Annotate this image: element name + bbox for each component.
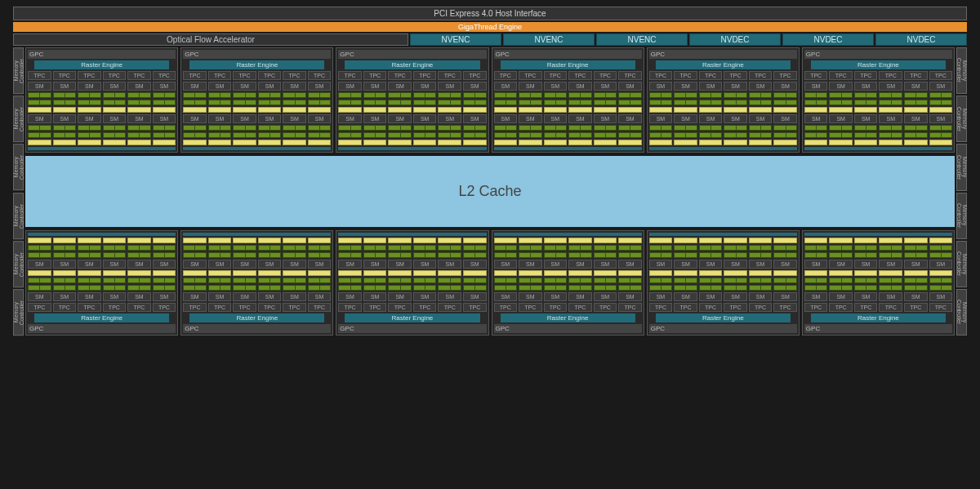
- cuda-core-block: [544, 92, 568, 98]
- cuda-core-block: [283, 278, 306, 283]
- raster-engine: Raster Engine: [811, 60, 946, 69]
- cuda-core-block: [127, 132, 151, 138]
- tpc-row: TPCTPCTPCTPCTPCTPC: [494, 71, 642, 80]
- tensor-core-block: [463, 107, 487, 113]
- gpc-block: GPCRaster EngineTPCTPCTPCTPCTPCTPCSMSMSM…: [25, 230, 178, 336]
- sm-row: SMSMSMSMSMSM: [494, 82, 642, 91]
- tensor-core-block: [413, 270, 437, 276]
- gpc-row-bottom: GPCRaster EngineTPCTPCTPCTPCTPCTPCSMSMSM…: [25, 230, 955, 336]
- cuda-core-block: [568, 100, 592, 105]
- cuda-core-block: [308, 125, 332, 131]
- cuda-core-block: [338, 92, 362, 98]
- tensor-core-row: [338, 238, 486, 243]
- gpc-label: GPC: [804, 324, 952, 333]
- gpc-block: GPCRaster EngineTPCTPCTPCTPCTPCTPCSMSMSM…: [336, 230, 488, 336]
- tensor-core-block: [594, 238, 617, 243]
- tensor-core-block: [494, 107, 518, 113]
- cuda-core-row: [649, 252, 797, 258]
- sm-label: SM: [649, 114, 673, 123]
- cuda-core-row: [804, 125, 952, 131]
- tpc-row: TPCTPCTPCTPCTPCTPC: [338, 303, 486, 312]
- cuda-core-row: [338, 100, 486, 105]
- sm-label: SM: [519, 292, 542, 301]
- cuda-core-block: [494, 132, 518, 138]
- sm-label: SM: [904, 114, 928, 123]
- sm-label: SM: [388, 260, 412, 269]
- tpc-label: TPC: [829, 303, 853, 312]
- cuda-core-block: [879, 278, 902, 283]
- tensor-core-block: [804, 140, 828, 145]
- sm-label: SM: [283, 82, 306, 91]
- cuda-core-block: [258, 285, 282, 291]
- tensor-core-row: [804, 107, 952, 113]
- gpc-block: GPCRaster EngineTPCTPCTPCTPCTPCTPCSMSMSM…: [25, 47, 178, 153]
- cuda-core-block: [308, 132, 332, 138]
- cuda-core-block: [674, 132, 697, 138]
- cuda-core-block: [879, 245, 902, 251]
- raster-engine: Raster Engine: [656, 313, 791, 322]
- tensor-core-row: [183, 107, 331, 113]
- cuda-core-block: [208, 278, 232, 283]
- cuda-core-block: [153, 252, 176, 258]
- tpc-label: TPC: [127, 71, 151, 80]
- tensor-core-block: [258, 238, 282, 243]
- cuda-core-block: [388, 285, 412, 291]
- tensor-core-block: [127, 140, 151, 145]
- tpc-label: TPC: [183, 303, 207, 312]
- tensor-core-block: [153, 140, 176, 145]
- cuda-core-block: [879, 285, 902, 291]
- tensor-core-block: [929, 270, 953, 276]
- cuda-core-block: [438, 285, 461, 291]
- sm-label: SM: [804, 292, 828, 301]
- tensor-core-block: [338, 270, 362, 276]
- sm-row: SMSMSMSMSMSM: [804, 292, 952, 301]
- tpc-label: TPC: [388, 71, 412, 80]
- cuda-core-block: [463, 252, 487, 258]
- memory-controller: Memory Controller: [13, 96, 24, 142]
- sm-row: SMSMSMSMSMSM: [804, 260, 952, 269]
- cuda-core-block: [519, 132, 542, 138]
- cuda-core-block: [904, 245, 928, 251]
- cuda-core-block: [879, 92, 902, 98]
- cuda-core-row: [804, 285, 952, 291]
- cuda-core-block: [724, 278, 747, 283]
- tensor-core-row: [804, 270, 952, 276]
- tensor-core-block: [283, 270, 306, 276]
- tpc-label: TPC: [854, 71, 878, 80]
- cuda-core-block: [183, 92, 207, 98]
- cuda-core-block: [568, 92, 592, 98]
- cuda-core-block: [183, 285, 207, 291]
- cuda-core-block: [929, 278, 953, 283]
- tpc-label: TPC: [233, 303, 256, 312]
- sm-label: SM: [53, 292, 77, 301]
- cuda-core-block: [649, 252, 673, 258]
- cuda-core-block: [438, 252, 461, 258]
- cuda-core-block: [463, 92, 487, 98]
- cuda-core-block: [127, 92, 151, 98]
- cuda-core-block: [649, 100, 673, 105]
- tensor-core-block: [363, 140, 387, 145]
- cuda-core-row: [804, 92, 952, 98]
- tpc-label: TPC: [724, 71, 747, 80]
- cuda-core-row: [183, 100, 331, 105]
- cuda-core-row: [804, 132, 952, 138]
- tpc-label: TPC: [494, 303, 518, 312]
- cuda-core-row: [494, 252, 642, 258]
- cuda-core-block: [208, 132, 232, 138]
- cuda-core-block: [929, 132, 953, 138]
- cuda-core-row: [804, 245, 952, 251]
- memory-controller: Memory Controller: [956, 193, 967, 239]
- gpc-label: GPC: [183, 324, 331, 333]
- tpc-label: TPC: [804, 71, 828, 80]
- cuda-core-block: [594, 252, 617, 258]
- tensor-core-block: [153, 270, 176, 276]
- sm-label: SM: [568, 82, 592, 91]
- cuda-core-block: [463, 245, 487, 251]
- tensor-core-block: [594, 270, 617, 276]
- tensor-core-block: [53, 107, 77, 113]
- raster-engine: Raster Engine: [501, 60, 635, 69]
- raster-engine: Raster Engine: [656, 60, 791, 69]
- memory-controller: Memory Controller: [13, 193, 24, 239]
- memory-controller: Memory Controller: [13, 47, 24, 94]
- tpc-row: TPCTPCTPCTPCTPCTPC: [649, 303, 797, 312]
